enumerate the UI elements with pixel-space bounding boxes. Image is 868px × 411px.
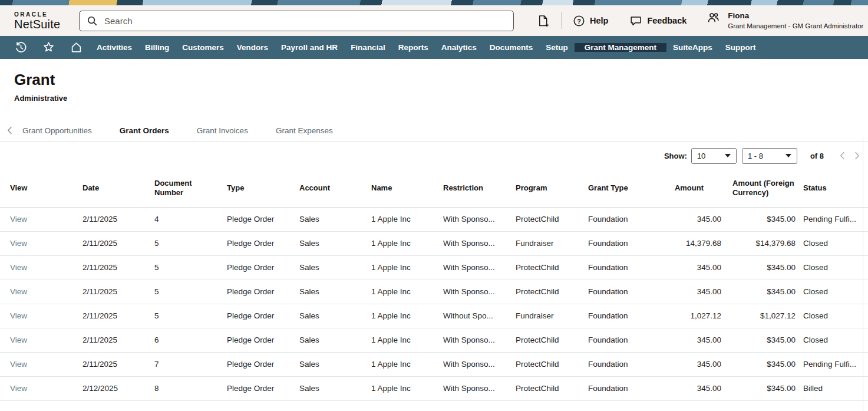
nav-item-setup[interactable]: Setup [539,43,575,52]
home-icon [70,41,83,54]
cell-name: 1 Apple Inc [361,255,433,280]
cell-amount-foreign-currency: $345.00 [726,376,800,400]
help-icon: ? [573,15,585,27]
page-content: Grant Administrative Grant Opportunities… [0,59,868,401]
user-name: Fiona [728,11,863,21]
total-count-label: of 8 [810,152,824,160]
cell-grant-type: Foundation [578,207,651,231]
cell-document-number: 5 [144,255,217,280]
view-link[interactable]: View [10,263,27,272]
tab-grant-expenses[interactable]: Grant Expenses [276,126,333,135]
cell-date: 2/11/2025 [72,280,144,304]
column-header-status[interactable]: Status [800,169,868,207]
cell-document-number: 5 [144,231,217,255]
nav-item-documents[interactable]: Documents [483,43,540,52]
cell-amount: 1,027.12 [651,304,726,328]
view-link[interactable]: View [10,360,27,369]
column-header-restriction[interactable]: Restriction [433,169,506,207]
cell-account: Sales [289,304,361,328]
cell-status: Closed [800,328,868,352]
search-icon [87,15,98,27]
nav-item-support[interactable]: Support [719,43,763,52]
range-select[interactable]: 1 - 8 [742,148,797,164]
nav-item-suiteapps[interactable]: SuiteApps [666,43,719,52]
netsuite-logo: ORACLE NetSuite [14,12,71,30]
tab-grant-orders[interactable]: Grant Orders [120,126,169,135]
cell-document-number: 4 [144,207,217,231]
cell-amount: 345.00 [651,376,726,400]
cell-status: Closed [800,304,868,328]
new-document-button[interactable] [536,14,550,28]
view-link[interactable]: View [10,239,27,248]
view-cell: View [0,328,72,352]
next-page-button[interactable] [854,152,860,160]
view-link[interactable]: View [10,311,27,320]
cell-date: 2/11/2025 [72,231,144,255]
cell-date: 2/11/2025 [72,352,144,376]
cell-restriction: With Sponso... [433,328,506,352]
title-block: Grant Administrative [0,59,868,103]
cell-grant-type: Foundation [578,231,651,255]
column-header-program[interactable]: Program [506,169,578,207]
cell-restriction: With Sponso... [433,207,506,231]
view-link[interactable]: View [10,287,27,296]
column-header-document-number[interactable]: Document Number [144,169,217,207]
column-header-account[interactable]: Account [289,169,361,207]
cell-restriction: With Sponso... [433,376,506,400]
column-header-view[interactable]: View [0,169,72,207]
nav-item-vendors[interactable]: Vendors [230,43,275,52]
global-search-input[interactable]: Search [79,11,514,31]
tab-grant-invoices[interactable]: Grant Invoices [197,126,248,135]
recent-records-button[interactable] [7,36,35,59]
nav-item-analytics[interactable]: Analytics [435,43,483,52]
cell-status: Pending Fulfi... [800,352,868,376]
cell-type: Pledge Order [217,207,289,231]
shortcuts-button[interactable] [35,36,62,59]
scroll-area-edge [863,137,863,411]
tabs-scroll-left-button[interactable] [7,126,12,134]
cell-restriction: With Sponso... [433,280,506,304]
column-header-amount[interactable]: Amount [651,169,726,207]
nav-item-customers[interactable]: Customers [176,43,230,52]
tab-grant-opportunities[interactable]: Grant Opportunities [22,126,92,135]
cell-program: Fundraiser [506,231,578,255]
cell-amount: 345.00 [651,255,726,280]
column-header-date[interactable]: Date [72,169,144,207]
table-row: View2/12/20258Pledge OrderSales1 Apple I… [0,376,868,400]
view-link[interactable]: View [10,384,27,393]
cell-amount: 345.00 [651,352,726,376]
feedback-button[interactable]: Feedback [629,14,687,27]
help-label: Help [590,16,608,25]
column-header-amount-foreign-currency[interactable]: Amount (Foreign Currency) [726,169,800,207]
column-header-grant-type[interactable]: Grant Type [578,169,651,207]
nav-item-financial[interactable]: Financial [344,43,392,52]
user-role: Grant Management - GM Grant Administrato… [728,22,863,30]
column-header-name[interactable]: Name [361,169,433,207]
user-menu[interactable]: Fiona Grant Management - GM Grant Admini… [707,11,863,30]
nav-item-reports[interactable]: Reports [392,43,435,52]
cell-status: Closed [800,255,868,280]
nav-item-activities[interactable]: Activities [90,43,138,52]
help-button[interactable]: ? Help [573,15,608,27]
home-button[interactable] [62,36,90,59]
nav-item-payroll-and-hr[interactable]: Payroll and HR [275,43,344,52]
new-document-icon [536,14,550,28]
column-header-type[interactable]: Type [217,169,289,207]
cell-amount-foreign-currency: $1,027.12 [726,304,800,328]
previous-page-button[interactable] [840,152,845,160]
table-row: View2/11/20255Pledge OrderSales1 Apple I… [0,231,868,255]
page-size-select[interactable]: 10 [691,148,737,164]
view-link[interactable]: View [10,215,27,223]
cell-status: Closed [800,231,868,255]
cell-amount-foreign-currency: $14,379.68 [726,231,800,255]
view-link[interactable]: View [10,336,27,344]
cell-date: 2/12/2025 [72,376,144,400]
table-header-row: ViewDateDocument NumberTypeAccountNameRe… [0,169,868,207]
cell-status: Billed [800,376,868,400]
range-value: 1 - 8 [748,152,763,160]
nav-item-grant-management[interactable]: Grant Management [575,43,666,52]
nav-item-billing[interactable]: Billing [138,43,176,52]
cell-amount: 345.00 [651,328,726,352]
cell-document-number: 5 [144,304,217,328]
cell-program: ProtectChild [506,328,578,352]
